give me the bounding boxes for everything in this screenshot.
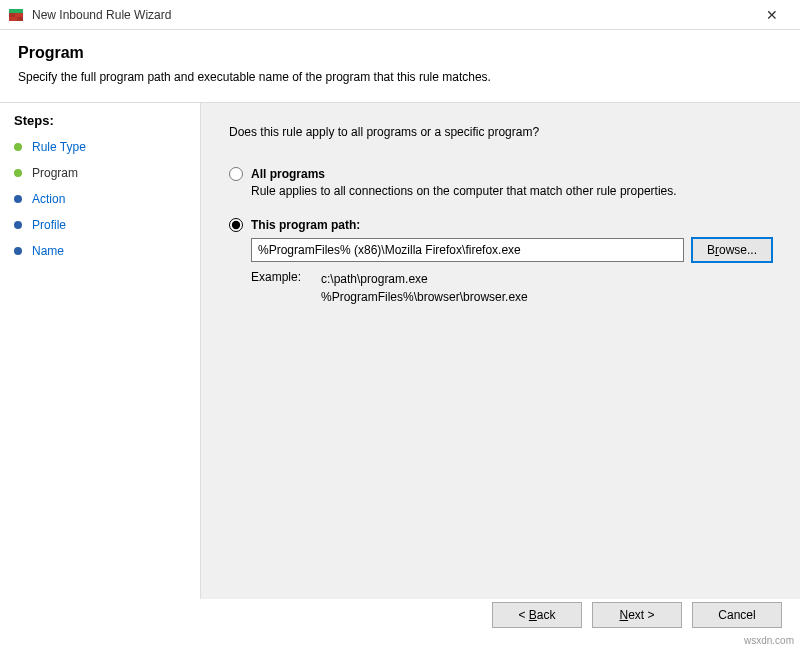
step-rule-type[interactable]: Rule Type bbox=[14, 140, 186, 154]
bullet-icon bbox=[14, 143, 22, 151]
firewall-icon bbox=[8, 7, 24, 23]
step-program[interactable]: Program bbox=[14, 166, 186, 180]
question-text: Does this rule apply to all programs or … bbox=[229, 125, 772, 139]
option-this-program-path[interactable]: This program path: This program path: Br… bbox=[229, 218, 772, 306]
steps-heading: Steps: bbox=[14, 113, 186, 128]
wizard-footer: < Back < Back Next > Next > Cancel bbox=[492, 602, 782, 628]
example-value-1: c:\path\program.exe bbox=[321, 270, 528, 288]
wizard-header: Program Specify the full program path an… bbox=[0, 30, 800, 94]
watermark: wsxdn.com bbox=[744, 635, 794, 646]
cancel-button[interactable]: Cancel bbox=[692, 602, 782, 628]
radio-this-program-path[interactable] bbox=[229, 218, 243, 232]
main-panel: Does this rule apply to all programs or … bbox=[200, 103, 800, 599]
titlebar: New Inbound Rule Wizard ✕ bbox=[0, 0, 800, 30]
step-label: Name bbox=[32, 244, 64, 258]
close-icon[interactable]: ✕ bbox=[752, 7, 792, 23]
svg-rect-2 bbox=[9, 13, 15, 17]
example-value-2: %ProgramFiles%\browser\browser.exe bbox=[321, 288, 528, 306]
step-profile[interactable]: Profile bbox=[14, 218, 186, 232]
step-name[interactable]: Name bbox=[14, 244, 186, 258]
program-path-input[interactable] bbox=[251, 238, 684, 262]
step-label: Profile bbox=[32, 218, 66, 232]
window-title: New Inbound Rule Wizard bbox=[32, 8, 752, 22]
next-button[interactable]: Next > bbox=[592, 602, 682, 628]
option-all-programs[interactable]: AAll programsll programs Rule applies to… bbox=[229, 167, 772, 198]
step-action[interactable]: Action bbox=[14, 192, 186, 206]
page-subtitle: Specify the full program path and execut… bbox=[18, 70, 782, 84]
page-title: Program bbox=[18, 44, 782, 62]
step-label: Rule Type bbox=[32, 140, 86, 154]
example-label: Example: bbox=[251, 270, 321, 306]
back-button[interactable]: < Back bbox=[492, 602, 582, 628]
svg-rect-1 bbox=[9, 9, 23, 13]
step-label: Program bbox=[32, 166, 78, 180]
option-description: Rule applies to all connections on the c… bbox=[251, 184, 772, 198]
step-label: Action bbox=[32, 192, 65, 206]
radio-all-programs[interactable] bbox=[229, 167, 243, 181]
bullet-icon bbox=[14, 169, 22, 177]
svg-rect-3 bbox=[17, 17, 23, 21]
browse-button[interactable]: Browse... bbox=[692, 238, 772, 262]
steps-sidebar: Steps: Rule Type Program Action Profile … bbox=[0, 103, 200, 599]
bullet-icon bbox=[14, 195, 22, 203]
bullet-icon bbox=[14, 221, 22, 229]
bullet-icon bbox=[14, 247, 22, 255]
